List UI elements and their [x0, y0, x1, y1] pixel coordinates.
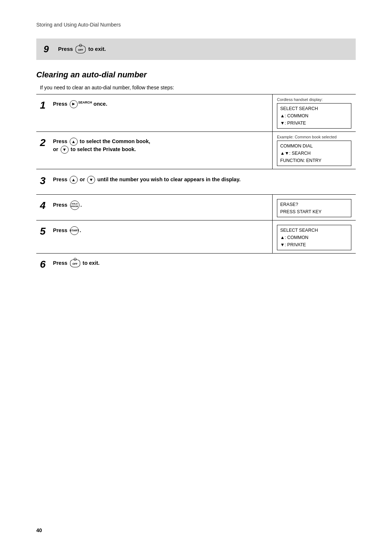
step5-left: 5 Press START.: [36, 220, 272, 253]
section-intro: If you need to clear an auto-dial number…: [36, 85, 356, 90]
step3-number: 3: [40, 174, 53, 187]
step1-text: Press SEARCH once.: [53, 99, 107, 108]
off-icon-step9: OFF: [75, 45, 86, 53]
step5-right: SELECT SEARCH▲: COMMON▼: PRIVATE: [272, 220, 356, 253]
step5-text: Press START.: [53, 225, 81, 235]
step1-display: SELECT SEARCH▲: COMMON▼: PRIVATE: [277, 103, 351, 129]
search-icon-step1: [70, 100, 78, 108]
step9-box: 9 Press OFF to exit.: [36, 39, 356, 60]
step2-display-label: Example: Common book selected: [277, 135, 351, 139]
step4-display: ERASE?PRESS START KEY: [277, 199, 351, 217]
step4-left: 4 Press HOLDERASE.: [36, 195, 272, 220]
step2-row: 2 Press ▲ to select the Common book, or …: [36, 131, 356, 169]
step9-content: Press OFF to exit.: [58, 45, 348, 53]
down-arrow-icon-step3: ▼: [87, 176, 95, 184]
search-label-step1: SEARCH: [78, 101, 92, 104]
off-icon-step6: OFF: [70, 259, 80, 267]
step1-row: 1 Press SEARCH once. Cordless handset di…: [36, 94, 356, 131]
header-text: Storing and Using Auto-Dial Numbers: [36, 22, 356, 28]
start-icon-step5: START: [70, 226, 79, 235]
off-icon-label: OFF: [78, 49, 83, 51]
step6-text: Press OFF to exit.: [53, 258, 99, 267]
step5-display: SELECT SEARCH▲: COMMON▼: PRIVATE: [277, 225, 351, 250]
step9-press-label: Press: [58, 45, 73, 52]
step5-number: 5: [40, 225, 53, 237]
up-arrow-icon-step3: ▲: [70, 176, 78, 184]
step5-row: 5 Press START. SELECT SEARCH▲: COMMON▼: …: [36, 220, 356, 253]
up-arrow-icon-step2: ▲: [70, 138, 78, 146]
step9-suffix: to exit.: [88, 45, 106, 52]
step2-right: Example: Common book selected COMMON DIA…: [272, 132, 356, 169]
step2-number: 2: [40, 136, 53, 149]
step6-number: 6: [40, 258, 53, 270]
step2-text: Press ▲ to select the Common book, or ▼ …: [53, 136, 150, 154]
step1-display-label: Cordless handset display:: [277, 97, 351, 102]
step1-left: 1 Press SEARCH once.: [36, 94, 272, 131]
step4-right: ERASE?PRESS START KEY: [272, 195, 356, 220]
step9-number: 9: [44, 44, 58, 55]
step2-display: COMMON DIAL▲▼: SEARCHFUNCTION: ENTRY: [277, 141, 351, 166]
step2-left: 2 Press ▲ to select the Common book, or …: [36, 132, 272, 169]
hold-erase-icon-step4: HOLDERASE: [70, 200, 79, 210]
step4-row: 4 Press HOLDERASE. ERASE?PRESS START KEY: [36, 194, 356, 220]
page-number: 40: [36, 527, 42, 533]
step1-number: 1: [40, 99, 53, 111]
step3-left: 3 Press ▲ or ▼ until the number you wish…: [36, 169, 356, 194]
section-title: Clearing an auto-dial number: [36, 70, 356, 80]
step6-row: 6 Press OFF to exit.: [36, 253, 356, 279]
step3-text: Press ▲ or ▼ until the number you wish t…: [53, 174, 241, 184]
step3-row: 3 Press ▲ or ▼ until the number you wish…: [36, 169, 356, 194]
down-arrow-icon-step2: ▼: [61, 146, 69, 154]
step1-right: Cordless handset display: SELECT SEARCH▲…: [272, 94, 356, 131]
step6-left: 6 Press OFF to exit.: [36, 254, 356, 279]
page: Storing and Using Auto-Dial Numbers 9 Pr…: [0, 0, 392, 555]
step4-text: Press HOLDERASE.: [53, 199, 82, 210]
step4-number: 4: [40, 199, 53, 211]
